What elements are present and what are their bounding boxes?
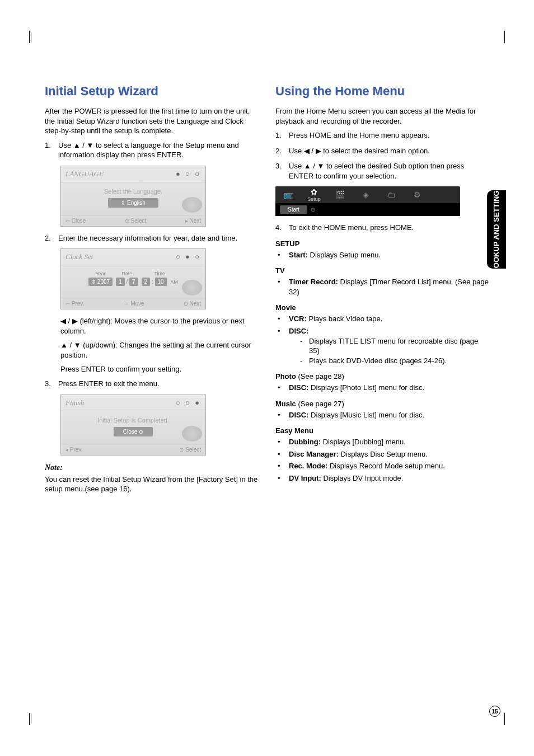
home-icon-movie: 🎬: [327, 190, 353, 199]
left-column: Initial Setup Wizard After the POWER is …: [45, 84, 259, 499]
music-list: DISC: Displays [Music List] menu for dis…: [275, 410, 489, 420]
lr-desc: ◀ / ▶ (left/right): Moves the cursor to …: [60, 316, 259, 336]
scr2-foot-l: ⤺ Prev.: [65, 300, 84, 307]
rstep-1: 1.Press HOME and the Home menu appears.: [275, 130, 489, 140]
page-content: Initial Setup Wizard After the POWER is …: [28, 34, 506, 499]
home-icon-tv: 📺: [275, 190, 301, 199]
movie-list: VCR: Plays back Video tape. DISC: Displa…: [275, 314, 489, 365]
left-steps-2: 2. Enter the necessary information for y…: [45, 233, 259, 243]
decor-icon: [182, 197, 202, 213]
clock-ampm: AM: [170, 279, 178, 285]
page-number: 15: [489, 706, 500, 717]
screenshot-clock: Clock Set ○ ● ○ Year⇕ 2007 Date 1 / 7 Ti…: [60, 248, 206, 309]
enter-desc: Press ENTER to confirm your setting.: [60, 364, 259, 374]
note-body: You can reset the Initial Setup Wizard f…: [45, 475, 259, 494]
clock-t2: 10: [155, 278, 167, 286]
home-icon-photo: ◈: [353, 190, 378, 199]
left-steps: 1. Use ▲ / ▼ to select a language for th…: [45, 140, 259, 160]
right-steps-4: 4.To exit the HOME menu, press HOME.: [275, 223, 489, 233]
photo-disc: DISC: Displays [Photo List] menu for dis…: [275, 383, 489, 393]
left-intro: After the POWER is pressed for the first…: [45, 106, 259, 136]
tv-head: TV: [275, 266, 489, 275]
scr2-title: Clock Set: [65, 252, 93, 261]
movie-head: Movie: [275, 303, 489, 312]
side-tab: HOOKUP AND SETTINGS: [487, 190, 506, 269]
right-column: Using the Home Menu From the Home Menu s…: [275, 84, 489, 499]
scr2-foot-c: ↔ Move: [123, 300, 144, 307]
right-title: Using the Home Menu: [275, 84, 489, 98]
scr3-foot-l: ◂ Prev.: [65, 447, 82, 453]
setup-list: Start: Displays Setup menu.: [275, 250, 489, 260]
left-steps-3: 3. Press ENTER to exit the menu.: [45, 379, 259, 389]
rstep-2: 2.Use ◀ / ▶ to select the desired main o…: [275, 146, 489, 156]
scr3-title: Finish: [65, 398, 84, 407]
decor-icon: [182, 280, 202, 295]
scr1-pill: ⇕ English: [108, 198, 158, 208]
side-tab-label: HOOKUP AND SETTINGS: [493, 186, 500, 274]
home-menu-bar: 📺 ✿Setup 🎬 ◈ 🗀 ⚙ Start⊙: [275, 186, 460, 216]
clock-d2: 7: [129, 278, 138, 286]
movie-disc: DISC: Displays TITLE LIST menu for recor…: [275, 326, 489, 365]
home-icon-setup: ✿Setup: [301, 187, 327, 202]
easy-rec: Rec. Mode: Displays Record Mode setup me…: [275, 461, 489, 471]
scr2-dots: ○ ● ○: [176, 252, 201, 261]
rstep-4: 4.To exit the HOME menu, press HOME.: [275, 223, 489, 233]
scr1-foot-r: ▸ Next: [185, 218, 201, 224]
home-icon-easy: ⚙: [404, 190, 430, 199]
movie-disc-s1: Displays TITLE LIST menu for recordable …: [300, 336, 489, 356]
setup-start: Start: Displays Setup menu.: [275, 250, 489, 260]
tv-timer: Timer Record: Displays [Timer Record Lis…: [275, 277, 489, 297]
easy-dub: Dubbing: Displays [Dubbing] menu.: [275, 437, 489, 447]
right-intro: From the Home Menu screen you can access…: [275, 106, 489, 126]
clock-row: Year⇕ 2007 Date 1 / 7 Time 2 : 10 AM: [65, 271, 201, 286]
movie-vcr: VCR: Plays back Video tape.: [275, 314, 489, 324]
ud-desc: ▲ / ▼ (up/down): Changes the setting at …: [60, 340, 259, 360]
easy-list: Dubbing: Displays [Dubbing] menu. Disc M…: [275, 437, 489, 483]
scr1-hint: Select the Language.: [65, 188, 201, 195]
photo-head: Photo (See page 28): [275, 372, 489, 381]
screenshot-finish: Finish ○ ○ ● Initial Setup is Completed.…: [60, 395, 206, 456]
easy-dm: Disc Manager: Displays Disc Setup menu.: [275, 449, 489, 459]
music-disc: DISC: Displays [Music List] menu for dis…: [275, 410, 489, 420]
step-2: 2. Enter the necessary information for y…: [45, 233, 259, 243]
easy-dv: DV Input: Displays DV Input mode.: [275, 473, 489, 483]
left-title: Initial Setup Wizard: [45, 84, 259, 98]
scr1-foot-l: ⤺ Close: [65, 218, 86, 224]
tv-list: Timer Record: Displays [Timer Record Lis…: [275, 277, 489, 297]
movie-disc-s2: Plays back DVD-Video disc (pages 24-26).: [300, 356, 489, 366]
scr3-pill: Close ⊙: [114, 427, 153, 436]
scr2-foot-r: ⊙ Next: [184, 300, 201, 307]
clock-t1: 2: [142, 278, 151, 286]
photo-list: DISC: Displays [Photo List] menu for dis…: [275, 383, 489, 393]
easy-head: Easy Menu: [275, 426, 489, 435]
decor-icon: [182, 426, 202, 442]
scr1-dots: ● ○ ○: [176, 170, 201, 179]
scr3-hint: Initial Setup is Completed.: [65, 417, 201, 424]
step-3: 3. Press ENTER to exit the menu.: [45, 379, 259, 389]
music-head: Music (See page 27): [275, 400, 489, 408]
right-steps: 1.Press HOME and the Home menu appears. …: [275, 130, 489, 181]
screenshot-language: LANGUAGE ● ○ ○ Select the Language. ⇕ En…: [60, 166, 206, 227]
clock-year: ⇕ 2007: [88, 278, 113, 286]
setup-head: SETUP: [275, 240, 489, 248]
scr3-dots: ○ ○ ●: [176, 398, 201, 407]
home-icon-music: 🗀: [378, 190, 404, 199]
note-heading: Note:: [45, 463, 259, 472]
step-1: 1. Use ▲ / ▼ to select a language for th…: [45, 140, 259, 160]
clock-d1: 1: [116, 278, 125, 286]
scr1-title: LANGUAGE: [65, 170, 104, 178]
scr3-foot-r: ⊙ Select: [179, 447, 201, 453]
home-start-button: Start: [280, 205, 307, 214]
rstep-3: 3.Use ▲ / ▼ to select the desired Sub op…: [275, 161, 489, 181]
dot-icon: ⊙: [311, 206, 315, 213]
scr1-foot-c: ⊙ Select: [125, 218, 147, 224]
